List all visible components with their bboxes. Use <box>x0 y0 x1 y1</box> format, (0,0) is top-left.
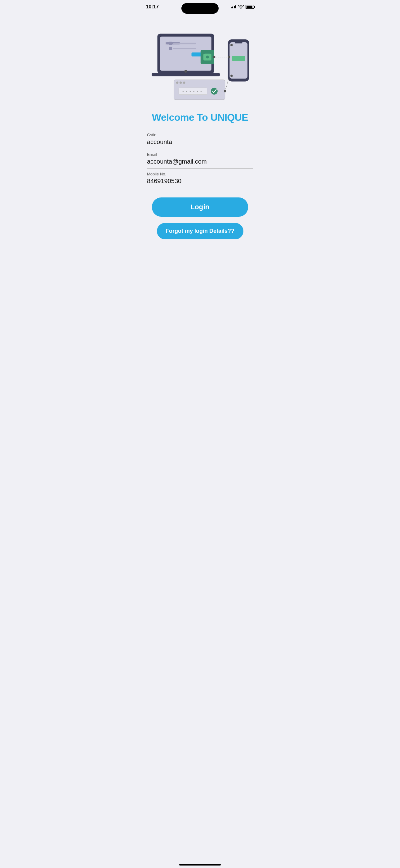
svg-rect-17 <box>232 56 245 61</box>
svg-rect-16 <box>235 41 242 43</box>
gstin-field: Gstin accounta <box>147 129 253 149</box>
svg-point-19 <box>230 75 233 77</box>
status-time: 10:17 <box>146 4 159 10</box>
svg-point-25 <box>179 82 182 84</box>
svg-point-22 <box>228 56 230 58</box>
signal-icon <box>231 5 236 8</box>
status-icons <box>231 5 254 9</box>
svg-point-26 <box>183 82 185 84</box>
gstin-value[interactable]: accounta <box>147 138 253 146</box>
mobile-label: Mobile No. <box>147 172 253 176</box>
form-section: Gstin accounta Email accounta@gmail.com … <box>139 129 261 188</box>
dynamic-island <box>181 3 219 14</box>
forgot-password-button[interactable]: Forgot my login Details?? <box>157 223 243 239</box>
svg-point-30 <box>211 88 218 95</box>
svg-point-18 <box>230 44 233 46</box>
main-content: ------ Welcome To UNIQUE Gstin accounta … <box>139 12 261 252</box>
svg-rect-7 <box>173 48 196 50</box>
svg-point-10 <box>185 70 187 73</box>
svg-point-21 <box>213 56 215 58</box>
security-illustration: ------ <box>149 25 251 102</box>
mobile-field: Mobile No. 8469190530 <box>147 168 253 188</box>
svg-rect-4 <box>169 41 172 45</box>
svg-point-32 <box>224 90 226 92</box>
gstin-label: Gstin <box>147 132 253 137</box>
email-field: Email accounta@gmail.com <box>147 149 253 168</box>
svg-point-13 <box>206 56 209 58</box>
svg-rect-5 <box>173 43 196 44</box>
status-bar: 10:17 <box>139 0 261 12</box>
svg-text:------: ------ <box>182 89 204 94</box>
battery-icon <box>245 5 254 9</box>
wifi-icon <box>238 5 244 9</box>
welcome-heading: Welcome To UNIQUE <box>139 108 261 129</box>
email-label: Email <box>147 152 253 157</box>
svg-rect-6 <box>169 47 172 50</box>
illustration-container: ------ <box>139 16 261 108</box>
email-value[interactable]: accounta@gmail.com <box>147 158 253 165</box>
svg-point-24 <box>176 82 178 84</box>
button-section: Login Forgot my login Details?? <box>139 188 261 239</box>
login-button[interactable]: Login <box>152 197 248 217</box>
svg-rect-9 <box>152 73 220 76</box>
mobile-value[interactable]: 8469190530 <box>147 178 253 185</box>
